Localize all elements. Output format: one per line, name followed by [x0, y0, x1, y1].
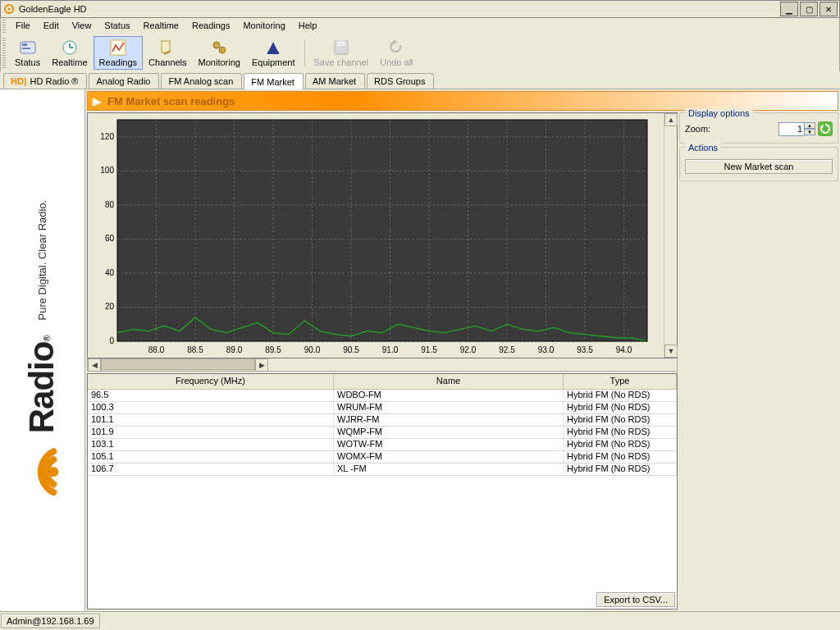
table-row[interactable]: 106.7XL -FMHybrid FM (No RDS)	[88, 463, 677, 476]
actions-panel: Actions New Market scan	[679, 147, 838, 181]
zoom-down-icon[interactable]: ▼	[804, 129, 815, 135]
actions-panel-title: Actions	[685, 143, 721, 153]
gears-icon	[209, 39, 229, 57]
hscroll-thumb[interactable]	[101, 358, 255, 370]
svg-rect-13	[267, 52, 279, 54]
brand-tagline: Pure Digital. Clear Radio.	[36, 200, 48, 321]
tab-hdradio[interactable]: HD)HD Radio ®	[3, 73, 87, 89]
svg-point-11	[219, 47, 226, 53]
tab-fmmarket[interactable]: FM Market	[244, 73, 304, 89]
svg-text:94.0: 94.0	[616, 345, 632, 354]
svg-text:93.5: 93.5	[577, 345, 593, 354]
table-row[interactable]: 105.1WOMX-FMHybrid FM (No RDS)	[88, 451, 677, 463]
tool-readings[interactable]: Readings	[94, 36, 143, 70]
svg-text:90.0: 90.0	[304, 345, 321, 354]
table-row[interactable]: 101.1WJRR-FMHybrid FM (No RDS)	[88, 414, 677, 427]
col-type[interactable]: Type	[564, 374, 677, 389]
svg-text:80: 80	[105, 200, 115, 209]
scroll-up-icon[interactable]: ▲	[664, 113, 678, 126]
save-icon	[331, 39, 351, 57]
menu-file[interactable]: File	[9, 18, 37, 34]
tool-undo-all: Undo all	[374, 36, 418, 70]
menubar-grip	[2, 20, 6, 33]
plot-hscroll[interactable]: ◀ ▶	[88, 358, 268, 371]
export-csv-button[interactable]: Export to CSV...	[596, 592, 675, 607]
hd-logo-icon	[13, 443, 72, 500]
svg-text:100: 100	[100, 166, 114, 175]
close-button[interactable]: ✕	[819, 2, 838, 16]
menu-edit[interactable]: Edit	[37, 18, 66, 34]
svg-text:40: 40	[105, 268, 115, 277]
col-name[interactable]: Name	[334, 374, 564, 389]
tool-channels[interactable]: Channels	[143, 36, 192, 70]
spectrum-plot: 02040608010012088.088.589.089.590.090.59…	[87, 112, 678, 358]
tab-fmanalogscan[interactable]: FM Analog scan	[161, 73, 242, 89]
tool-monitoring[interactable]: Monitoring	[193, 36, 246, 70]
stations-table: Frequency (MHz) Name Type 96.5WDBO-FMHyb…	[87, 373, 678, 609]
menubar: File Edit View Status Realtime Readings …	[0, 18, 840, 34]
refresh-button[interactable]	[818, 121, 833, 136]
tool-status[interactable]: Status	[9, 36, 46, 70]
svg-text:90.5: 90.5	[343, 345, 359, 354]
menu-realtime[interactable]: Realtime	[137, 18, 185, 34]
menu-view[interactable]: View	[66, 18, 98, 34]
tab-analog[interactable]: Analog Radio	[89, 73, 159, 89]
svg-marker-16	[394, 39, 397, 44]
svg-rect-9	[162, 41, 170, 52]
svg-text:92.0: 92.0	[460, 345, 477, 354]
toolbar-grip	[2, 38, 6, 68]
tab-ammarket[interactable]: AM Market	[305, 73, 365, 89]
scroll-down-icon[interactable]: ▼	[664, 345, 678, 358]
svg-text:20: 20	[105, 302, 115, 311]
zoom-input[interactable]	[778, 122, 805, 136]
table-row[interactable]: 96.5WDBO-FMHybrid FM (No RDS)	[88, 390, 677, 402]
svg-text:93.0: 93.0	[538, 345, 555, 354]
tool-equipment[interactable]: Equipment	[246, 36, 301, 70]
menu-readings[interactable]: Readings	[185, 18, 236, 34]
svg-text:89.0: 89.0	[226, 345, 243, 354]
undo-icon	[386, 39, 406, 57]
svg-rect-15	[337, 41, 345, 46]
status-user: Admin@192.168.1.69	[1, 614, 100, 628]
scroll-right-icon[interactable]: ▶	[255, 358, 268, 372]
svg-text:88.5: 88.5	[187, 345, 203, 354]
maximize-button[interactable]: ▢	[800, 2, 818, 16]
svg-text:0: 0	[109, 336, 114, 345]
svg-text:120: 120	[100, 132, 114, 141]
new-market-scan-button[interactable]: New Market scan	[685, 159, 833, 174]
svg-marker-12	[267, 42, 279, 53]
header-arrow-icon: ▶	[93, 95, 101, 107]
tool-realtime[interactable]: Realtime	[46, 36, 93, 70]
plot-vscroll[interactable]: ▲ ▼	[664, 113, 677, 358]
col-frequency[interactable]: Frequency (MHz)	[88, 374, 334, 389]
svg-text:91.0: 91.0	[382, 345, 399, 354]
svg-rect-4	[22, 48, 30, 49]
tab-rdsgroups[interactable]: RDS Groups	[367, 73, 434, 89]
channels-icon	[158, 39, 177, 57]
table-row[interactable]: 100.3WRUM-FMHybrid FM (No RDS)	[88, 402, 677, 414]
svg-text:91.5: 91.5	[421, 345, 437, 354]
svg-point-1	[8, 8, 11, 11]
display-panel-title: Display options	[685, 108, 753, 118]
scroll-left-icon[interactable]: ◀	[88, 358, 101, 372]
table-row[interactable]: 101.9WQMP-FMHybrid FM (No RDS)	[88, 427, 677, 439]
statusbar: Admin@192.168.1.69	[0, 611, 840, 629]
menu-status[interactable]: Status	[98, 18, 136, 34]
display-options-panel: Display options Zoom: ▲▼	[679, 112, 838, 144]
zoom-up-icon[interactable]: ▲	[804, 122, 815, 129]
zoom-label: Zoom:	[685, 124, 710, 134]
menu-help[interactable]: Help	[292, 18, 324, 34]
minimize-button[interactable]: ▁	[780, 2, 798, 16]
table-row[interactable]: 103.1WOTW-FMHybrid FM (No RDS)	[88, 439, 677, 451]
clock-icon	[60, 39, 80, 57]
brand-word: Radio	[23, 342, 62, 434]
menu-monitoring[interactable]: Monitoring	[236, 18, 291, 34]
app-icon	[2, 2, 16, 16]
hd-icon: HD)	[11, 76, 27, 86]
window-title: GoldenEagle HD	[19, 4, 87, 14]
readings-icon	[108, 39, 128, 57]
tool-save-channel: Save channel	[308, 36, 375, 70]
section-title: FM Market scan readings	[107, 95, 235, 107]
toolbar: Status Realtime Readings Channels Monito…	[0, 34, 840, 72]
sidebar-branding: Radio® Pure Digital. Clear Radio.	[0, 89, 85, 611]
